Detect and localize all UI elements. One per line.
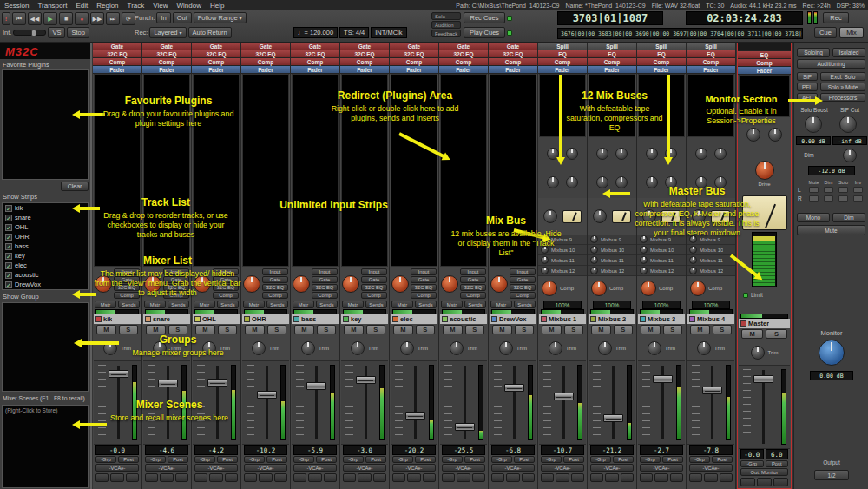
bus-name-row[interactable]: Mixbus 4: [687, 314, 734, 324]
comp-enable-button[interactable]: Comp: [262, 292, 288, 299]
metering-point-button[interactable]: Post: [662, 456, 683, 463]
trim-knob[interactable]: [697, 341, 711, 355]
metering-point-button[interactable]: Post: [415, 456, 436, 463]
sends-button[interactable]: Sends: [118, 301, 140, 308]
input-button[interactable]: Input: [460, 268, 486, 275]
status-indicator[interactable]: Audition: [431, 21, 461, 29]
trim-knob[interactable]: [648, 341, 661, 355]
gate-processor-slot[interactable]: Gate: [93, 43, 141, 50]
stop-button[interactable]: ■: [59, 12, 73, 25]
eq-processor-slot[interactable]: 32C EQ: [291, 50, 339, 58]
comp-processor-slot[interactable]: Comp: [291, 58, 339, 66]
metering-point-button[interactable]: Post: [217, 456, 238, 463]
matrix-cell[interactable]: [853, 195, 863, 202]
gate-processor-slot[interactable]: Gate: [192, 43, 240, 50]
bus-name-row[interactable]: Mixbus 3: [638, 314, 685, 324]
comp-processor-slot[interactable]: Comp: [538, 58, 587, 66]
eq-enable-button[interactable]: 32C EQ: [262, 284, 288, 291]
sends-button[interactable]: Sends: [464, 301, 486, 308]
vca-selector[interactable]: -VCAe-: [541, 464, 584, 472]
mono-button[interactable]: Mono: [797, 213, 830, 222]
comp-processor-slot[interactable]: Comp: [390, 58, 438, 66]
matrix-cell[interactable]: [824, 195, 833, 202]
group-button[interactable]: -Grp: [194, 456, 215, 463]
fader-handle[interactable]: [158, 380, 178, 387]
mixer-scenes-panel[interactable]: (Right-Click to Store): [2, 405, 89, 488]
input-io-button[interactable]: [244, 473, 257, 482]
track-list-item[interactable]: ✓ acoustic: [3, 270, 88, 280]
vca-selector[interactable]: -VCAe-: [293, 464, 337, 472]
gain-display[interactable]: -20.2: [392, 445, 436, 455]
master-assign-button[interactable]: Mstr: [490, 301, 512, 308]
monitor-toggle-button[interactable]: [654, 473, 667, 482]
panic-button[interactable]: !: [2, 12, 10, 25]
monitor-mute-button[interactable]: Mute: [797, 225, 865, 235]
master-name-row[interactable]: Master: [739, 319, 790, 328]
input-io-button[interactable]: [740, 478, 755, 486]
fader-handle[interactable]: [653, 375, 673, 383]
comp-processor-slot[interactable]: Comp: [142, 58, 191, 66]
mute-button[interactable]: M: [443, 325, 463, 334]
bus-name-row[interactable]: Mixbus 1: [539, 314, 586, 324]
spill-button[interactable]: Spill: [538, 43, 587, 50]
master-assign-button[interactable]: Mstr: [194, 301, 215, 308]
eq-enable-button[interactable]: 32C EQ: [411, 284, 437, 291]
vca-selector[interactable]: -VCAe-: [194, 464, 238, 472]
drive-knob[interactable]: [542, 281, 557, 296]
monitor-toggle-button[interactable]: [209, 473, 222, 482]
comp-processor-slot[interactable]: Comp: [588, 58, 636, 66]
fader-processor-slot[interactable]: Fader: [637, 66, 686, 74]
track-visible-checkbox[interactable]: ✓: [5, 205, 12, 212]
eq-processor-slot[interactable]: 32C EQ: [93, 50, 141, 58]
track-visible-checkbox[interactable]: ✓: [5, 234, 12, 241]
eq-gain-knob[interactable]: [615, 176, 628, 188]
input-io-button[interactable]: [95, 473, 108, 482]
vca-selector[interactable]: -VCAe-: [491, 464, 535, 472]
output-io-button[interactable]: [175, 473, 188, 482]
vca-selector[interactable]: -VCAe-: [640, 464, 683, 472]
menu-item[interactable]: Region: [92, 2, 122, 10]
gain-display[interactable]: -5.9: [293, 445, 337, 455]
gate-enable-button[interactable]: Gate: [262, 276, 288, 283]
fader-processor-slot[interactable]: Fader: [93, 66, 141, 74]
mute-button[interactable]: M: [245, 325, 265, 334]
fader-handle[interactable]: [108, 370, 128, 378]
dim-button[interactable]: Dim: [832, 213, 865, 222]
gate-processor-slot[interactable]: Gate: [390, 43, 438, 50]
gain-display[interactable]: -10.7: [541, 445, 584, 455]
vca-selector[interactable]: -VCAe-: [145, 464, 188, 472]
menu-item[interactable]: Help: [206, 2, 228, 10]
eq-processor-slot[interactable]: 32C EQ: [340, 50, 389, 58]
track-name-row[interactable]: OHR: [242, 314, 289, 324]
monitor-toggle-button[interactable]: [457, 473, 470, 482]
monitor-toggle-button[interactable]: [308, 473, 321, 482]
mute-button[interactable]: M: [690, 325, 710, 334]
sip-cut-knob[interactable]: [839, 116, 857, 133]
master-assign-button[interactable]: Mstr: [144, 301, 166, 308]
fader-processor-slot[interactable]: Fader: [291, 66, 339, 74]
bbt-clock[interactable]: 3703|01|1087: [557, 11, 663, 25]
send-knob[interactable]: [590, 235, 598, 243]
monitor-toggle-button[interactable]: [506, 473, 519, 482]
fader-handle[interactable]: [356, 376, 376, 384]
gain-display[interactable]: -2.7: [640, 445, 683, 455]
trim-knob[interactable]: [400, 341, 414, 355]
fader-handle[interactable]: [257, 391, 277, 399]
gain-display[interactable]: -21.2: [590, 445, 634, 455]
input-io-button[interactable]: [343, 473, 356, 482]
fast-forward-button[interactable]: ▶▶: [90, 12, 104, 25]
solo-button[interactable]: S: [713, 325, 733, 334]
mute-button[interactable]: M: [195, 325, 215, 334]
comp-enable-button[interactable]: Comp: [411, 292, 437, 299]
record-mode-dropdown[interactable]: Layered▾: [149, 27, 186, 38]
gate-enable-button[interactable]: Gate: [411, 276, 437, 283]
track-name-row[interactable]: acoustic: [440, 314, 487, 324]
cue-page-button[interactable]: Cue: [814, 27, 837, 38]
fader-processor-slot[interactable]: Fader: [142, 66, 191, 74]
input-gain-knob[interactable]: [342, 275, 359, 293]
isolated-indicator[interactable]: Isolated: [832, 48, 865, 57]
gain-display[interactable]: -10.2: [244, 445, 287, 455]
fader-handle[interactable]: [504, 384, 524, 392]
monitor-level-knob[interactable]: [819, 340, 845, 366]
solo-button[interactable]: S: [416, 325, 436, 334]
